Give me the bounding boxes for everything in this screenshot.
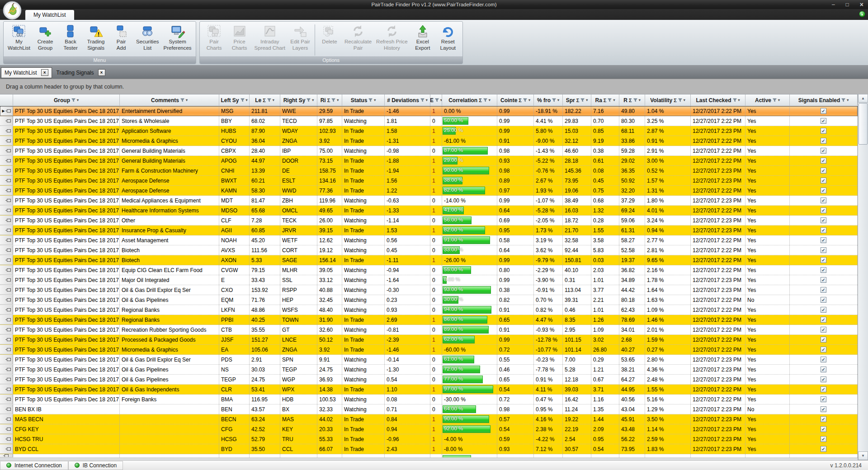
filter-icon[interactable] — [773, 97, 777, 103]
table-row[interactable]: ▶PTF Top 30 US Equities Pairs Dec 18 201… — [0, 275, 858, 285]
column-header-status[interactable]: Status▾ — [342, 94, 385, 106]
signals-enabled-checkbox[interactable]: ✓ — [821, 386, 826, 392]
signals-enabled-checkbox[interactable]: ✓ — [821, 188, 826, 193]
tab-close-icon[interactable]: × — [41, 69, 48, 76]
ribbon-collapse-button[interactable]: ▴ — [859, 11, 865, 17]
dropdown-caret-icon[interactable]: ▾ — [374, 98, 376, 102]
signals-enabled-checkbox[interactable]: ✓ — [821, 178, 826, 183]
maximize-button[interactable]: □ — [846, 1, 849, 8]
signals-enabled-checkbox[interactable]: ✓ — [821, 367, 826, 372]
tab-close-icon[interactable]: × — [98, 69, 105, 76]
signals-enabled-checkbox[interactable]: ✓ — [821, 376, 826, 382]
filter-icon[interactable] — [523, 97, 527, 103]
filter-icon[interactable] — [633, 97, 637, 103]
table-row[interactable]: ▶PTF Top 30 US Equities Pairs Dec 18 201… — [0, 395, 858, 404]
signals-enabled-checkbox[interactable]: ✓ — [821, 108, 826, 114]
signals-enabled-checkbox[interactable]: ✓ — [821, 436, 826, 442]
filter-icon[interactable] — [180, 97, 184, 103]
signals-enabled-checkbox[interactable]: ✓ — [821, 168, 826, 174]
dropdown-caret-icon[interactable]: ▾ — [528, 98, 530, 102]
table-row[interactable]: ▶PTF Top 30 US Equities Pairs Dec 18 201… — [0, 216, 858, 226]
signals-enabled-checkbox[interactable]: ✓ — [821, 277, 826, 283]
table-row[interactable]: ▶PTF Top 30 US Equities Pairs Dec 18 201… — [0, 156, 858, 166]
dropdown-caret-icon[interactable]: ▾ — [426, 98, 428, 102]
dropdown-caret-icon[interactable]: ▾ — [186, 98, 188, 102]
column-header-ra[interactable]: RaΣ▾ — [591, 94, 619, 106]
table-row[interactable]: ▶PTF Top 30 US Equities Pairs Dec 18 201… — [0, 265, 858, 275]
signals-enabled-checkbox[interactable]: ✓ — [821, 138, 826, 144]
scroll-up-icon[interactable]: ▲ — [858, 94, 868, 103]
signals-enabled-checkbox[interactable]: ✓ — [821, 158, 826, 164]
dropdown-caret-icon[interactable]: ▾ — [273, 98, 274, 102]
doc-tab-my-watchlist[interactable]: My WatchList× — [1, 67, 52, 78]
sum-icon[interactable]: Σ — [604, 98, 607, 103]
filter-icon[interactable] — [841, 97, 845, 103]
table-row[interactable]: ▶PTF Top 30 US Equities Pairs Dec 18 201… — [0, 186, 858, 196]
column-header--deviations[interactable]: # Deviations▾ — [385, 94, 430, 106]
system-preferences-button[interactable]: System Preferences — [161, 24, 194, 52]
dropdown-caret-icon[interactable]: ▾ — [684, 98, 685, 102]
close-button[interactable]: × — [860, 1, 863, 8]
sum-icon[interactable]: Σ — [327, 98, 330, 103]
table-row[interactable]: ▶PTF Top 30 US Equities Pairs Dec 18 201… — [0, 345, 858, 355]
dropdown-caret-icon[interactable]: ▾ — [738, 98, 740, 102]
table-row[interactable]: ▶PTF Top 30 US Equities Pairs Dec 18 201… — [0, 136, 858, 146]
column-header-e[interactable]: E▾ — [430, 94, 442, 106]
table-row[interactable]: ▶HCSG TRUHCSG52.79TRU55.33In Trade-0.961… — [0, 434, 858, 444]
signals-enabled-checkbox[interactable]: ✓ — [821, 446, 826, 452]
table-row[interactable]: ▶PTF Top 30 US Equities Pairs Dec 18 201… — [0, 196, 858, 206]
signals-enabled-checkbox[interactable]: ✓ — [821, 317, 826, 323]
table-row[interactable]: ▶PTF Top 30 US Equities Pairs Dec 18 201… — [0, 355, 858, 365]
signals-enabled-checkbox[interactable]: ✓ — [821, 257, 826, 263]
signals-enabled-checkbox[interactable]: ✓ — [821, 287, 826, 293]
sum-icon[interactable]: Σ — [519, 98, 522, 103]
table-row[interactable]: ▶PTF Top 30 US Equities Pairs Dec 18 201… — [0, 245, 858, 255]
sum-icon[interactable]: Σ — [674, 98, 677, 103]
signals-enabled-checkbox[interactable]: ✓ — [821, 118, 826, 124]
excel-export-button[interactable]: Excel Export — [410, 24, 435, 52]
table-row[interactable]: ▶PTF Top 30 US Equities Pairs Dec 18 201… — [0, 305, 858, 315]
sum-icon[interactable]: Σ — [629, 98, 632, 103]
filter-icon[interactable] — [420, 97, 425, 103]
column-header--fro[interactable]: % fro▾ — [534, 94, 563, 106]
signals-enabled-checkbox[interactable]: ✓ — [821, 357, 826, 362]
dropdown-caret-icon[interactable]: ▾ — [639, 98, 641, 102]
filter-icon[interactable] — [331, 97, 335, 103]
scrollbar-thumb[interactable] — [859, 103, 868, 145]
table-row[interactable]: ▶BYD CCLBYD35.50CCL66.07In Trade2.431-8.… — [0, 444, 858, 454]
signals-enabled-checkbox[interactable]: ✓ — [821, 327, 826, 333]
column-header-spr[interactable]: SprΣ▾ — [563, 94, 591, 106]
signals-enabled-checkbox[interactable]: ✓ — [821, 217, 826, 223]
column-header-comments[interactable]: Comments▾ — [120, 94, 219, 106]
table-row[interactable]: ▶PTF Top 30 US Equities Pairs Dec 18 201… — [0, 116, 858, 126]
filter-icon[interactable] — [678, 97, 682, 103]
sum-icon[interactable]: Σ — [576, 98, 580, 103]
table-row[interactable]: ▶PTF Top 30 US Equities Pairs Dec 18 201… — [0, 325, 858, 335]
table-row[interactable]: ▶PTF Top 30 US Equities Pairs Dec 18 201… — [0, 146, 858, 156]
column-header-le[interactable]: LeΣ▾ — [250, 94, 280, 106]
sum-icon[interactable]: Σ — [263, 98, 266, 103]
dropdown-caret-icon[interactable]: ▾ — [77, 98, 79, 102]
dropdown-caret-icon[interactable]: ▾ — [557, 98, 559, 102]
vertical-scrollbar[interactable]: ▲ ▼ — [858, 94, 868, 460]
dropdown-caret-icon[interactable]: ▾ — [847, 98, 849, 102]
table-row[interactable]: ▶BEN BX IBBEN43.57BX32.33Watching0.71064… — [0, 404, 858, 414]
filter-icon[interactable] — [580, 97, 585, 103]
table-row[interactable]: ▶PTF Top 30 US Equities Pairs Dec 18 201… — [0, 295, 858, 305]
filter-icon[interactable] — [241, 97, 245, 103]
filter-icon[interactable] — [435, 97, 439, 103]
minimize-button[interactable]: – — [832, 1, 835, 8]
filter-icon[interactable] — [307, 97, 311, 103]
signals-enabled-checkbox[interactable]: ✓ — [821, 297, 826, 303]
filter-icon[interactable] — [267, 97, 271, 103]
filter-icon[interactable] — [608, 97, 612, 103]
table-row[interactable]: ▶PTF Top 30 US Equities Pairs Dec 18 201… — [0, 176, 858, 186]
ribbon-tab-my-watchlist[interactable]: My WatchList — [25, 10, 74, 20]
dropdown-caret-icon[interactable]: ▾ — [489, 98, 491, 102]
filter-icon[interactable] — [71, 97, 75, 103]
table-row[interactable]: ▶PTF Top 30 US Equities Pairs Dec 18 201… — [0, 166, 858, 176]
table-row[interactable]: ▶PTF Top 30 US Equities Pairs Dec 18 201… — [0, 315, 858, 325]
dropdown-caret-icon[interactable]: ▾ — [613, 98, 615, 102]
filter-icon[interactable] — [483, 97, 487, 103]
signals-enabled-checkbox[interactable]: ✓ — [821, 267, 826, 273]
